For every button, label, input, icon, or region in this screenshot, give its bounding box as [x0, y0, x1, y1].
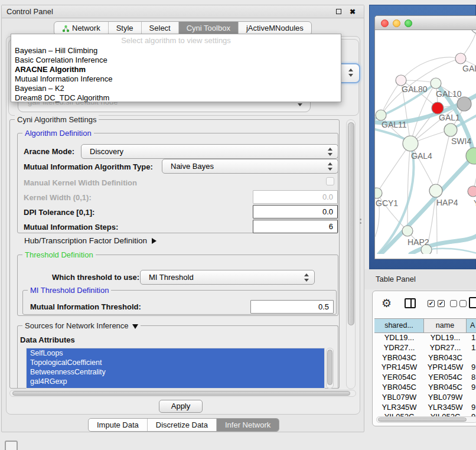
list-item[interactable]: gal4RGexp: [27, 377, 324, 386]
network-node-gal4[interactable]: [403, 136, 418, 151]
column-header-partial[interactable]: A: [467, 319, 476, 332]
control-panel-titlebar: Control Panel ✖: [2, 5, 364, 18]
which-threshold-label: Which threshold to use:: [52, 273, 139, 282]
network-window-titlebar[interactable]: [375, 16, 476, 30]
menu-item-aracne[interactable]: ARACNE Algorithm: [12, 65, 335, 74]
tab-discretize-data[interactable]: Discretize Data: [147, 419, 216, 431]
gear-icon[interactable]: ⚙: [382, 296, 392, 310]
new-table-icon[interactable]: [469, 297, 476, 308]
network-node-gray[interactable]: [457, 97, 471, 111]
tab-style[interactable]: Style: [108, 22, 141, 35]
group-title: Algorithm Definition: [22, 129, 94, 138]
table-row[interactable]: YPR145WYPR145W9.: [374, 363, 476, 373]
menu-item-dream8[interactable]: Dream8 DC_TDC Algorithm: [12, 93, 335, 103]
network-node-gal11[interactable]: [376, 110, 386, 120]
tab-jactivemnodules[interactable]: jActiveMNodules: [238, 22, 311, 35]
hub-definition-toggle[interactable]: Hub/Transcription Factor Definition: [24, 236, 157, 245]
network-node[interactable]: [471, 30, 476, 34]
column-header-name[interactable]: name: [424, 319, 467, 332]
table-row[interactable]: YDL19...YDL19...13: [374, 333, 476, 343]
aracne-mode-label: Aracne Mode:: [24, 147, 74, 156]
tab-cyni-toolbox[interactable]: Cyni Toolbox: [178, 22, 238, 35]
select-all-checkbox-icon[interactable]: ✓: [438, 300, 445, 307]
scrollbar-thumb[interactable]: [327, 350, 332, 385]
list-item[interactable]: BetweennessCentrality: [27, 367, 324, 377]
table-panel-title: Table Panel: [376, 275, 416, 283]
zoom-traffic-light-icon[interactable]: [405, 19, 412, 27]
network-node-gal10[interactable]: [431, 78, 441, 89]
network-icon: [62, 25, 70, 32]
list-scrollbar[interactable]: [326, 348, 334, 389]
deselect-all-checkbox-icon[interactable]: [450, 300, 457, 307]
network-node[interactable]: [455, 53, 466, 64]
chevron-down-icon: [132, 324, 138, 329]
list-item[interactable]: TopologicalCoefficient: [27, 358, 324, 367]
column-header-shared-name[interactable]: shared...: [374, 319, 424, 332]
sources-toggle[interactable]: Sources for Network Inference: [22, 321, 141, 330]
apply-button[interactable]: Apply: [159, 400, 203, 413]
network-node-gcy1[interactable]: [375, 188, 382, 198]
node-label: SWI4: [451, 136, 471, 146]
table-horizontal-scrollbar[interactable]: [376, 416, 476, 423]
combo-spinner-icon: [348, 69, 354, 77]
close-traffic-light-icon[interactable]: [381, 19, 389, 27]
panel-splitter-handle[interactable]: [360, 219, 362, 226]
group-title: MI Threshold Definition: [28, 286, 111, 295]
menu-item-bayesian-hill-climbing[interactable]: Bayesian – Hill Climbing: [12, 46, 335, 56]
list-item[interactable]: [27, 386, 324, 389]
tab-impute-data[interactable]: Impute Data: [89, 419, 147, 431]
tab-infer-network[interactable]: Infer Network: [216, 419, 279, 431]
mi-steps-field[interactable]: [253, 220, 338, 233]
node-label: GCY1: [376, 198, 398, 208]
network-node-hap2[interactable]: [402, 226, 413, 236]
scrollbar-thumb[interactable]: [348, 122, 354, 325]
tab-network[interactable]: Network: [54, 22, 108, 35]
algorithm-list: Bayesian – Hill Climbing Basic Correlati…: [12, 46, 335, 103]
table-row[interactable]: YBR045CYBR045C9.: [374, 383, 476, 393]
tab-select[interactable]: Select: [141, 22, 178, 35]
list-item[interactable]: SelfLoops: [27, 348, 324, 358]
settings-horizontal-scrollbar[interactable]: [9, 390, 356, 397]
table-row[interactable]: YLR345WYLR345W9.: [374, 403, 476, 413]
network-view-frame: GAL GAL80 GAL10 GAL1 GAL11 SWI4 GAL4 GCY…: [369, 5, 476, 269]
float-window-icon[interactable]: [334, 8, 343, 16]
table-row[interactable]: YER054CYER054C8.: [374, 373, 476, 383]
table-panel: ⚙ ✓ ✓ shared... name A YDL19...YDL19...1…: [372, 291, 476, 426]
kernel-width-field[interactable]: [253, 190, 338, 204]
tab-label: Style: [116, 22, 133, 35]
select-all-checkbox-icon[interactable]: ✓: [428, 300, 435, 307]
network-node-swi4[interactable]: [444, 123, 457, 136]
network-node-hap4[interactable]: [429, 184, 442, 197]
table-row[interactable]: YDR27...YDR27...12: [374, 343, 476, 353]
tab-label: Network: [72, 22, 100, 35]
manual-kernel-checkbox[interactable]: [326, 177, 334, 185]
menu-item-mutual-information[interactable]: Mutual Information Inference: [12, 74, 335, 84]
algorithm-combo-placeholder: Select algorithm to view settings: [11, 36, 341, 45]
menu-item-basic-correlation[interactable]: Basic Correlation Inference: [12, 56, 335, 65]
node-label: GAL: [462, 64, 476, 73]
network-canvas[interactable]: GAL GAL80 GAL10 GAL1 GAL11 SWI4 GAL4 GCY…: [375, 30, 476, 254]
table-row[interactable]: YBR043CYBR043C: [374, 353, 476, 363]
settings-vertical-scrollbar[interactable]: [346, 119, 356, 389]
scrollbar-thumb[interactable]: [12, 391, 350, 396]
network-node-rose[interactable]: [468, 186, 476, 197]
deselect-all-checkbox-icon[interactable]: [459, 300, 467, 307]
scrollbar-thumb[interactable]: [378, 418, 467, 422]
mi-threshold-field[interactable]: [250, 300, 334, 314]
minimized-panel-icon[interactable]: [5, 441, 18, 450]
split-columns-icon[interactable]: [405, 298, 416, 308]
network-node-red[interactable]: [432, 102, 444, 114]
menu-item-bayesian-k2[interactable]: Bayesian – K2: [12, 84, 335, 93]
mi-algorithm-type-combo[interactable]: Naive Bayes: [162, 159, 338, 174]
minimize-traffic-light-icon[interactable]: [393, 19, 400, 27]
aracne-mode-combo[interactable]: Discovery: [81, 144, 338, 159]
float-glyph: [336, 9, 341, 14]
which-threshold-combo[interactable]: MI Threshold: [140, 270, 315, 285]
combo-value: Naive Bayes: [171, 162, 214, 171]
table-row[interactable]: YBL079WYBL079W: [374, 393, 476, 403]
node-label: GAL80: [402, 84, 428, 94]
combo-spinner-icon: [328, 162, 333, 171]
close-window-icon[interactable]: ✖: [348, 8, 357, 16]
table-header-row: shared... name A: [374, 318, 476, 333]
dpi-tolerance-field[interactable]: [253, 205, 338, 219]
